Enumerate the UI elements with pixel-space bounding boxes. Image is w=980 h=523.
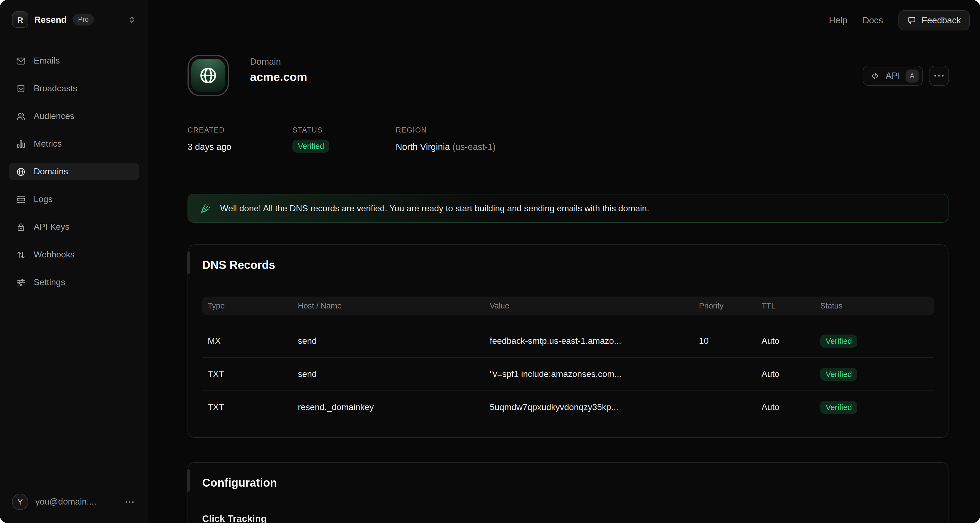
sidebar-item-label: Webhooks [34, 250, 75, 260]
feedback-button[interactable]: Feedback [898, 10, 970, 30]
verified-badge: Verified [820, 401, 858, 414]
sidebar-item-label: Emails [34, 56, 60, 66]
domain-avatar [188, 55, 229, 96]
sidebar-item-metrics[interactable]: Metrics [9, 135, 139, 153]
page-kicker: Domain [250, 57, 281, 67]
sidebar-item-broadcasts[interactable]: Broadcasts [9, 80, 139, 97]
sidebar-item-audiences[interactable]: Audiences [9, 108, 139, 125]
click-tracking-label: Click Tracking [202, 513, 267, 523]
record-priority: 10 [694, 336, 756, 346]
col-priority: Priority [694, 301, 756, 310]
docs-link[interactable]: Docs [862, 15, 883, 25]
record-type: MX [202, 336, 293, 346]
table-row: MX send feedback-smtp.us-east-1.amazo...… [202, 325, 934, 357]
keyboard-shortcut-badge: A [905, 69, 919, 82]
record-type: TXT [202, 403, 293, 412]
main-content: Help Docs Feedback Domain acme.com API A [148, 0, 980, 523]
record-ttl: Auto [756, 336, 815, 346]
success-banner: Well done! All the DNS records are verif… [188, 194, 948, 223]
arrows-up-down-icon [16, 250, 26, 260]
sidebar-item-emails[interactable]: Emails [9, 52, 139, 70]
record-value: 5uqmdw7qpxudkyvdonqzy35kp... [484, 403, 694, 412]
record-type: TXT [202, 369, 293, 379]
user-menu[interactable]: Y you@domain.... [12, 494, 134, 510]
sidebar: R Resend Pro Emails Broadcasts Audiences [0, 0, 148, 523]
record-host: send [293, 336, 484, 346]
sidebar-item-label: Logs [34, 195, 52, 204]
dns-records-title: DNS Records [202, 258, 275, 271]
party-popper-icon [200, 203, 212, 214]
meta-region: REGION North Virginia (us-east-1) [396, 126, 496, 153]
sidebar-item-webhooks[interactable]: Webhooks [9, 246, 139, 263]
dns-records-table: Type Host / Name Value Priority TTL Stat… [202, 296, 934, 424]
section-indicator [187, 252, 190, 274]
help-link[interactable]: Help [829, 15, 847, 25]
sidebar-item-label: API Keys [34, 222, 70, 232]
chevron-up-down-icon [128, 16, 136, 24]
record-value: "v=spf1 include:amazonses.com... [484, 369, 694, 379]
sidebar-item-api-keys[interactable]: API Keys [9, 218, 139, 236]
record-value: feedback-smtp.us-east-1.amazo... [484, 336, 694, 346]
more-options-button[interactable] [929, 66, 949, 86]
resend-logo-icon: R [12, 11, 28, 28]
sidebar-item-label: Domains [34, 167, 68, 176]
table-header: Type Host / Name Value Priority TTL Stat… [202, 296, 934, 315]
meta-status: STATUS Verified [293, 126, 396, 153]
top-navigation: Help Docs Feedback [829, 10, 970, 30]
section-indicator [187, 469, 190, 492]
configuration-card: Configuration Click Tracking [188, 462, 948, 523]
envelope-icon [16, 55, 26, 66]
col-ttl: TTL [756, 301, 815, 310]
people-icon [16, 111, 26, 121]
user-email: you@domain.... [35, 497, 97, 507]
broadcast-tray-icon [16, 83, 26, 94]
col-value: Value [484, 301, 694, 310]
sidebar-item-label: Broadcasts [34, 84, 77, 94]
page-title: acme.com [250, 71, 307, 84]
user-more-icon[interactable] [126, 501, 134, 502]
status-badge: Verified [293, 139, 330, 153]
col-host: Host / Name [293, 301, 484, 310]
speech-bubble-icon [907, 16, 916, 25]
sidebar-item-logs[interactable]: Logs [9, 191, 139, 208]
record-ttl: Auto [756, 369, 815, 379]
bar-chart-icon [16, 139, 26, 149]
configuration-title: Configuration [202, 476, 277, 489]
workspace-name: Resend [34, 14, 67, 25]
table-body: MX send feedback-smtp.us-east-1.amazo...… [202, 325, 934, 424]
domain-meta: CREATED 3 days ago STATUS Verified REGIO… [188, 126, 496, 153]
code-icon [870, 71, 880, 81]
record-status: Verified [815, 368, 934, 381]
globe-icon [16, 166, 26, 177]
plan-badge: Pro [73, 14, 94, 25]
record-host: resend._domainkey [293, 403, 484, 412]
created-value: 3 days ago [188, 142, 293, 152]
table-row: TXT send "v=spf1 include:amazonses.com..… [202, 357, 934, 390]
verified-badge: Verified [820, 334, 858, 347]
globe-avatar-icon [191, 59, 225, 92]
banner-message: Well done! All the DNS records are verif… [220, 203, 649, 213]
sidebar-nav: Emails Broadcasts Audiences Metrics Doma… [9, 52, 139, 301]
table-row: TXT resend._domainkey 5uqmdw7qpxudkyvdon… [202, 390, 934, 424]
col-type: Type [202, 301, 293, 310]
sidebar-item-label: Audiences [34, 111, 74, 121]
dns-records-card: DNS Records Type Host / Name Value Prior… [188, 244, 948, 438]
record-status: Verified [815, 401, 934, 414]
header-actions: API A [863, 66, 949, 86]
sidebar-item-label: Settings [34, 277, 65, 287]
user-avatar: Y [12, 494, 28, 510]
workspace-switcher[interactable]: R Resend Pro [12, 11, 136, 28]
app-window: R Resend Pro Emails Broadcasts Audiences [0, 0, 980, 523]
col-status: Status [815, 301, 934, 310]
record-ttl: Auto [756, 403, 815, 412]
verified-badge: Verified [820, 368, 858, 381]
api-button[interactable]: API A [863, 66, 923, 86]
sidebar-item-settings[interactable]: Settings [9, 274, 139, 291]
sliders-icon [16, 277, 26, 288]
rows-icon [16, 194, 26, 204]
sidebar-item-domains[interactable]: Domains [9, 163, 139, 180]
sidebar-item-label: Metrics [34, 139, 62, 149]
lock-icon [16, 222, 26, 232]
region-value: North Virginia (us-east-1) [396, 142, 496, 152]
meta-created: CREATED 3 days ago [188, 126, 293, 153]
